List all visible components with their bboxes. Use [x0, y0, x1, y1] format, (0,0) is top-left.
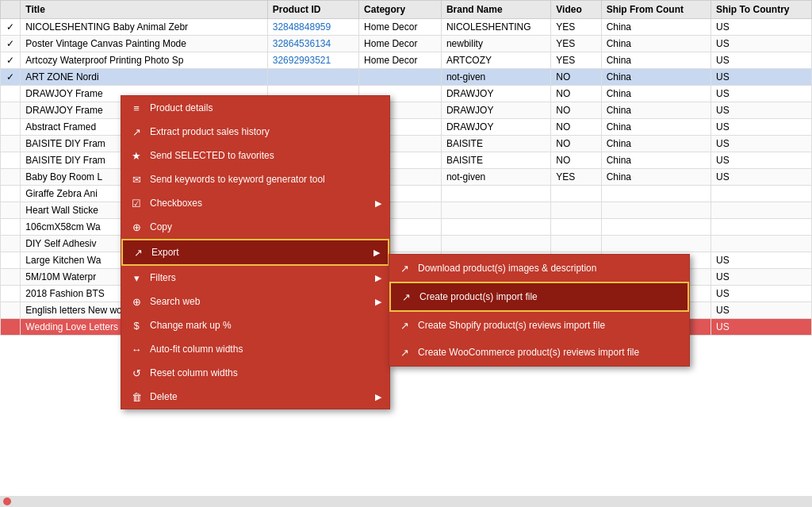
col-header-ship-to[interactable]: Ship To Country [711, 1, 812, 19]
row-brand: BAISITE [441, 152, 550, 169]
submenu-item[interactable]: ↗Create product(s) import file [389, 282, 689, 312]
row-ship-to: US [711, 286, 812, 302]
context-menu-item[interactable]: 🗑Delete▶ [121, 385, 389, 409]
menu-item-icon: ☑ [129, 196, 144, 210]
table-row[interactable]: ✓Artcozy Waterproof Printing Photo Sp326… [1, 52, 812, 69]
row-ship-from [601, 202, 710, 219]
table-row[interactable]: ✓NICOLESHENTING Baby Animal Zebr32848848… [1, 19, 812, 36]
menu-item-icon: 🗑 [129, 390, 144, 404]
row-ship-from [601, 219, 710, 236]
col-header-category[interactable]: Category [359, 1, 442, 19]
row-brand: not-given [441, 169, 550, 186]
menu-item-label: Delete [150, 391, 369, 402]
menu-item-label: Checkboxes [150, 198, 369, 209]
submenu-item[interactable]: ↗Create Shopify product(s) reviews impor… [389, 312, 689, 339]
row-check[interactable] [1, 186, 21, 202]
row-product-id[interactable]: 32692993521 [267, 52, 358, 69]
submenu-item[interactable]: ↗Create WooCommerce product(s) reviews i… [389, 339, 689, 366]
row-ship-from [601, 236, 710, 252]
context-menu-item[interactable]: ↗Export▶ [121, 239, 389, 266]
row-check[interactable] [1, 102, 21, 119]
row-category [359, 69, 442, 86]
context-menu-item[interactable]: ☑Checkboxes▶ [121, 191, 389, 215]
row-video [551, 202, 601, 219]
row-check[interactable] [1, 236, 21, 252]
menu-item-icon: ★ [129, 148, 144, 163]
row-brand: DRAWJOY [441, 102, 550, 119]
col-header-brand[interactable]: Brand Name [441, 1, 550, 19]
menu-item-icon: ✉ [129, 172, 144, 186]
col-header-title[interactable]: Title [21, 1, 267, 19]
row-video: YES [551, 169, 601, 186]
row-check[interactable] [1, 119, 21, 136]
row-brand: newbility [441, 36, 550, 52]
row-ship-to [711, 202, 812, 219]
row-video: NO [551, 136, 601, 152]
table-row[interactable]: ✓Poster Vintage Canvas Painting Mode3286… [1, 36, 812, 52]
col-header-pid[interactable]: Product ID [267, 1, 358, 19]
row-category: Home Decor [359, 52, 442, 69]
submenu-item-icon: ↗ [397, 345, 412, 359]
row-video: YES [551, 36, 601, 52]
table-row[interactable]: ✓ART ZONE Nordinot-givenNOChinaUS [1, 69, 812, 86]
col-header-check [1, 1, 21, 19]
row-ship-to: US [711, 119, 812, 136]
row-check[interactable] [1, 219, 21, 236]
submenu-item[interactable]: ↗Download product(s) images & descriptio… [389, 255, 689, 282]
row-product-id[interactable]: 32848848959 [267, 19, 358, 36]
submenu-arrow-icon: ▶ [375, 198, 381, 209]
row-ship-from: China [601, 36, 710, 52]
menu-item-label: Extract product sales history [150, 126, 381, 137]
row-ship-from: China [601, 19, 710, 36]
context-menu-item[interactable]: ↔Auto-fit column widths [121, 337, 389, 361]
row-product-id[interactable] [267, 69, 358, 86]
row-check[interactable] [1, 169, 21, 186]
row-check[interactable] [1, 269, 21, 286]
row-ship-from [601, 186, 710, 202]
row-ship-from: China [601, 102, 710, 119]
row-video [551, 186, 601, 202]
context-menu-item[interactable]: ⊕Search web▶ [121, 290, 389, 313]
context-menu-item[interactable]: ≡Product details [121, 96, 389, 120]
context-menu-item[interactable]: $Change mark up % [121, 313, 389, 337]
row-video [551, 219, 601, 236]
context-menu-item[interactable]: ★Send SELECTED to favorites [121, 144, 389, 167]
row-check[interactable]: ✓ [1, 36, 21, 52]
row-check[interactable] [1, 86, 21, 102]
context-menu-item[interactable]: ↗Extract product sales history [121, 120, 389, 144]
context-menu-item[interactable]: ↺Reset column widths [121, 361, 389, 385]
row-ship-to: US [711, 52, 812, 69]
row-brand [441, 202, 550, 219]
row-video: NO [551, 119, 601, 136]
row-category: Home Decor [359, 36, 442, 52]
submenu-item-label: Create product(s) import file [419, 291, 538, 302]
row-brand: ARTCOZY [441, 52, 550, 69]
row-check[interactable] [1, 202, 21, 219]
context-menu-item[interactable]: ⊕Copy [121, 215, 389, 239]
submenu-arrow-icon: ▶ [375, 273, 381, 283]
row-check[interactable]: ✓ [1, 52, 21, 69]
submenu-item-icon: ↗ [397, 318, 412, 332]
row-check[interactable] [1, 136, 21, 152]
row-ship-to: US [711, 269, 812, 286]
row-check[interactable] [1, 252, 21, 269]
submenu-item-label: Download product(s) images & description [418, 263, 596, 274]
row-ship-to [711, 236, 812, 252]
context-menu-item[interactable]: ▾Filters▶ [121, 266, 389, 290]
row-ship-to: US [711, 86, 812, 102]
row-check[interactable] [1, 286, 21, 302]
row-check[interactable] [1, 302, 21, 319]
row-check[interactable]: ✓ [1, 69, 21, 86]
row-check[interactable] [1, 152, 21, 169]
row-brand: not-given [441, 69, 550, 86]
row-ship-to: US [711, 152, 812, 169]
row-title: ART ZONE Nordi [21, 69, 267, 86]
row-check[interactable] [1, 319, 21, 336]
col-header-ship-from[interactable]: Ship From Count [601, 1, 710, 19]
col-header-video[interactable]: Video [551, 1, 601, 19]
context-menu-item[interactable]: ✉Send keywords to keyword generator tool [121, 167, 389, 191]
row-check[interactable]: ✓ [1, 19, 21, 36]
row-product-id[interactable]: 32864536134 [267, 36, 358, 52]
main-container: Title Product ID Category Brand Name Vid… [0, 0, 812, 507]
row-video: NO [551, 69, 601, 86]
